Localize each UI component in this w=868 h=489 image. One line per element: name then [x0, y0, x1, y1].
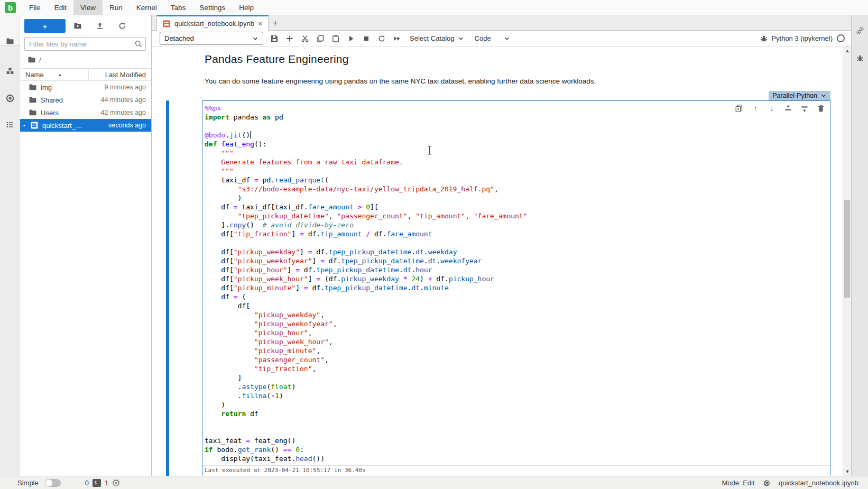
stop-icon[interactable]: [358, 32, 374, 45]
close-icon[interactable]: ×: [258, 20, 263, 27]
file-row-left: Shared: [20, 96, 84, 104]
scrollbar-thumb[interactable]: [844, 200, 850, 298]
upload-icon[interactable]: [90, 20, 110, 32]
code-line: """: [205, 149, 828, 158]
file-row-users[interactable]: Users42 minutes ago: [20, 106, 151, 119]
simple-mode-label: Simple: [17, 479, 39, 487]
markdown-heading: Pandas Feature Engineering: [205, 53, 843, 66]
scroll-up-icon[interactable]: ▲: [843, 47, 852, 55]
mouse-ibeam-cursor: [427, 146, 432, 155]
cut-icon[interactable]: [297, 32, 312, 45]
folder-icon: [27, 56, 36, 64]
parallel-python-badge[interactable]: Parallel-Python: [769, 91, 830, 100]
paste-icon[interactable]: [328, 32, 343, 45]
sessions-status[interactable]: 0 $_ 1: [85, 479, 120, 487]
code-line: df["tip_fraction"] = df.tip_amount / df.…: [205, 229, 828, 238]
menu-file[interactable]: File: [22, 0, 48, 15]
kernel-chip-icon: [112, 479, 120, 487]
code-line: ]: [205, 373, 828, 382]
cell-type-dropdown[interactable]: Code: [475, 34, 510, 42]
code-line: display(taxi_feat.head()): [205, 454, 828, 463]
menu-edit[interactable]: Edit: [48, 0, 73, 15]
code-line: "tpep_pickup_datetime", "passenger_count…: [205, 211, 828, 220]
clusters-icon[interactable]: [4, 65, 16, 77]
code-line: def feat_eng():: [205, 140, 828, 149]
menu-kernel[interactable]: Kernel: [130, 0, 164, 15]
code-line: [205, 427, 828, 436]
running-sessions-icon[interactable]: [4, 93, 16, 104]
code-line: df[: [205, 301, 828, 310]
folder-icon[interactable]: [4, 35, 16, 47]
bodo-logo-icon: b: [5, 2, 16, 13]
new-folder-icon[interactable]: [68, 20, 88, 32]
file-row-left: img: [20, 83, 84, 91]
column-name-header[interactable]: Name ▲: [20, 69, 89, 80]
save-icon[interactable]: [266, 32, 282, 45]
code-line: "pickup_hour",: [205, 328, 828, 337]
file-list-header: Name ▲ Last Modified: [20, 68, 151, 81]
menu-bar: b FileEditViewRunKernelTabsSettingsHelp: [0, 0, 868, 15]
duplicate-icon[interactable]: [734, 104, 744, 113]
debugger-icon[interactable]: [756, 32, 771, 45]
delete-icon[interactable]: [816, 104, 826, 113]
kernel-status-icon[interactable]: [837, 34, 845, 42]
notebook-toolbar: Detached Select Catalog Code Python 3 (i…: [152, 31, 851, 47]
tab-title: quickstart_notebook.ipynb: [174, 20, 254, 27]
property-inspector-icon[interactable]: [854, 25, 866, 36]
file-row-img[interactable]: img9 minutes ago: [20, 81, 151, 94]
move-up-icon[interactable]: ↑: [751, 104, 760, 113]
code-editor[interactable]: %%pximport pandas as pd @bodo.jit()def f…: [202, 101, 830, 465]
kernel-name-button[interactable]: Python 3 (ipykernel): [771, 34, 833, 42]
debugger-icon[interactable]: [854, 52, 866, 64]
name-header-label: Name: [25, 71, 44, 79]
cell-editor-frame[interactable]: ↑↓ %%pximport pandas as pd @bodo.jit()de…: [202, 100, 830, 476]
column-modified-header[interactable]: Last Modified: [89, 71, 151, 79]
menu-settings[interactable]: Settings: [192, 0, 232, 15]
table-of-contents-icon[interactable]: [4, 119, 16, 131]
filter-files-input[interactable]: [24, 37, 146, 51]
file-name: quickstart_…: [42, 122, 82, 130]
code-line: df["pickup_weekofyear"] = df.tpep_pickup…: [205, 256, 828, 265]
select-catalog-dropdown[interactable]: Select Catalog: [410, 34, 464, 42]
add-cell-icon[interactable]: [282, 32, 297, 45]
code-line: taxi_feat = feat_eng(): [205, 436, 828, 445]
code-line: [205, 122, 828, 131]
mode-indicator[interactable]: Mode: Edit: [722, 479, 754, 487]
insert-below-icon[interactable]: [800, 104, 809, 113]
file-modified-time: 42 minutes ago: [84, 109, 151, 116]
statusbar-filename[interactable]: quickstart_notebook.ipynb: [779, 479, 858, 487]
code-line: return df: [205, 409, 828, 418]
file-row-shared[interactable]: Shared44 minutes ago: [20, 94, 151, 106]
scroll-down-icon[interactable]: ▼: [843, 467, 852, 476]
breadcrumb[interactable]: /: [20, 51, 151, 68]
insert-above-icon[interactable]: [783, 104, 793, 113]
markdown-cell[interactable]: Pandas Feature Engineering You can do so…: [152, 47, 843, 85]
new-launcher-button[interactable]: +: [24, 19, 66, 33]
menu-tabs[interactable]: Tabs: [164, 0, 193, 15]
status-bar: Simple 0 $_ 1 Mode: Edit ⊗ quickstart_no…: [0, 476, 868, 489]
move-down-icon[interactable]: ↓: [767, 104, 777, 113]
not-trusted-icon[interactable]: ⊗: [763, 478, 770, 488]
code-line: "tip_fraction",: [205, 364, 828, 373]
code-line: ].copy() # avoid divide-by-zero: [205, 220, 828, 229]
file-row-quickstart-[interactable]: •quickstart_…seconds ago: [20, 119, 151, 132]
file-modified-time: seconds ago: [84, 122, 151, 129]
restart-icon[interactable]: [374, 32, 389, 45]
code-line: """: [205, 167, 828, 176]
simple-mode-toggle[interactable]: [45, 479, 61, 487]
tab-quickstart-notebook[interactable]: quickstart_notebook.ipynb ×: [156, 15, 269, 31]
menu-view[interactable]: View: [73, 0, 103, 15]
new-tab-button[interactable]: +: [269, 16, 282, 30]
notebook-scroll-area[interactable]: Pandas Feature Engineering You can do so…: [152, 47, 843, 476]
cluster-select-dropdown[interactable]: Detached: [160, 32, 263, 45]
text-caret: [250, 131, 251, 139]
notebook-scrollbar[interactable]: ▲ ▼: [843, 47, 851, 476]
refresh-icon[interactable]: [112, 20, 132, 32]
active-cell-collapser[interactable]: [166, 100, 169, 476]
menu-help[interactable]: Help: [232, 0, 261, 15]
run-icon[interactable]: [343, 32, 358, 45]
fast-forward-icon[interactable]: [389, 32, 404, 45]
copy-icon[interactable]: [312, 32, 328, 45]
menu-run[interactable]: Run: [103, 0, 130, 15]
breadcrumb-root[interactable]: /: [39, 56, 41, 64]
